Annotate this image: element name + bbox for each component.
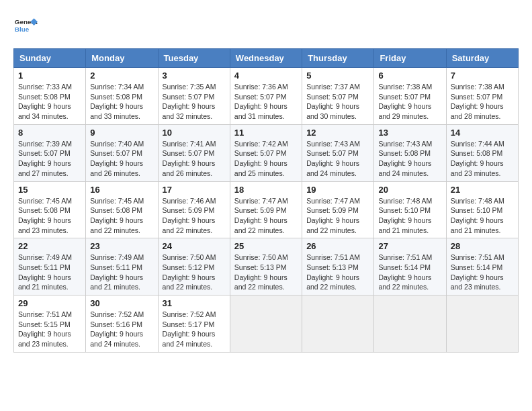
calendar-day-cell: 11 Sunrise: 7:42 AM Sunset: 5:07 PM Dayl…: [230, 124, 302, 181]
day-number: 27: [378, 241, 441, 251]
day-info: Sunrise: 7:51 AM Sunset: 5:14 PM Dayligh…: [378, 253, 441, 292]
day-info: Sunrise: 7:43 AM Sunset: 5:07 PM Dayligh…: [306, 139, 369, 179]
day-info: Sunrise: 7:39 AM Sunset: 5:07 PM Dayligh…: [18, 139, 81, 179]
calendar-day-cell: 9 Sunrise: 7:40 AM Sunset: 5:07 PM Dayli…: [86, 124, 158, 181]
day-info: Sunrise: 7:47 AM Sunset: 5:09 PM Dayligh…: [234, 196, 298, 236]
calendar-day-cell: 29 Sunrise: 7:51 AM Sunset: 5:15 PM Dayl…: [14, 295, 86, 353]
day-number: 26: [306, 241, 369, 251]
day-info: Sunrise: 7:52 AM Sunset: 5:17 PM Dayligh…: [163, 310, 226, 349]
day-info: Sunrise: 7:47 AM Sunset: 5:09 PM Dayligh…: [306, 196, 369, 236]
day-number: 23: [90, 241, 153, 251]
calendar-day-cell: [374, 295, 446, 353]
day-number: 28: [451, 241, 514, 251]
day-number: 8: [18, 128, 81, 138]
day-info: Sunrise: 7:33 AM Sunset: 5:08 PM Dayligh…: [18, 82, 81, 122]
day-number: 24: [163, 241, 226, 251]
day-info: Sunrise: 7:41 AM Sunset: 5:07 PM Dayligh…: [163, 139, 226, 179]
calendar-day-cell: 19 Sunrise: 7:47 AM Sunset: 5:09 PM Dayl…: [302, 181, 374, 238]
day-number: 13: [378, 128, 441, 138]
calendar-day-cell: 8 Sunrise: 7:39 AM Sunset: 5:07 PM Dayli…: [14, 124, 86, 181]
calendar-day-cell: 26 Sunrise: 7:51 AM Sunset: 5:13 PM Dayl…: [302, 238, 374, 295]
day-number: 7: [451, 71, 514, 81]
calendar-day-cell: 12 Sunrise: 7:43 AM Sunset: 5:07 PM Dayl…: [302, 124, 374, 181]
calendar-header-cell: Sunday: [14, 49, 86, 68]
calendar-week-row: 29 Sunrise: 7:51 AM Sunset: 5:15 PM Dayl…: [14, 295, 519, 353]
day-info: Sunrise: 7:46 AM Sunset: 5:09 PM Dayligh…: [163, 196, 226, 236]
day-number: 11: [234, 128, 298, 138]
calendar-day-cell: 20 Sunrise: 7:48 AM Sunset: 5:10 PM Dayl…: [374, 181, 446, 238]
day-number: 1: [18, 71, 81, 81]
day-info: Sunrise: 7:50 AM Sunset: 5:13 PM Dayligh…: [234, 253, 298, 292]
day-number: 25: [234, 241, 298, 251]
day-number: 29: [18, 298, 81, 308]
day-number: 22: [18, 241, 81, 251]
day-info: Sunrise: 7:35 AM Sunset: 5:07 PM Dayligh…: [163, 82, 226, 122]
calendar-day-cell: 3 Sunrise: 7:35 AM Sunset: 5:07 PM Dayli…: [158, 68, 230, 125]
calendar-day-cell: [302, 295, 374, 353]
day-number: 2: [90, 71, 153, 81]
calendar-week-row: 1 Sunrise: 7:33 AM Sunset: 5:08 PM Dayli…: [14, 68, 519, 125]
calendar-day-cell: 2 Sunrise: 7:34 AM Sunset: 5:08 PM Dayli…: [86, 68, 158, 125]
day-number: 4: [234, 71, 298, 81]
day-info: Sunrise: 7:45 AM Sunset: 5:08 PM Dayligh…: [90, 196, 153, 236]
calendar-day-cell: 5 Sunrise: 7:37 AM Sunset: 5:07 PM Dayli…: [302, 68, 374, 125]
calendar-day-cell: [446, 295, 518, 353]
day-number: 15: [18, 185, 81, 195]
day-info: Sunrise: 7:43 AM Sunset: 5:08 PM Dayligh…: [378, 139, 441, 179]
day-info: Sunrise: 7:34 AM Sunset: 5:08 PM Dayligh…: [90, 82, 153, 122]
day-number: 16: [90, 185, 153, 195]
svg-text:Blue: Blue: [15, 26, 30, 33]
day-number: 6: [378, 71, 441, 81]
calendar-week-row: 15 Sunrise: 7:45 AM Sunset: 5:08 PM Dayl…: [14, 181, 519, 238]
calendar-day-cell: 25 Sunrise: 7:50 AM Sunset: 5:13 PM Dayl…: [230, 238, 302, 295]
day-info: Sunrise: 7:40 AM Sunset: 5:07 PM Dayligh…: [90, 139, 153, 179]
calendar-header-cell: Friday: [374, 49, 446, 68]
page-header: General Blue: [13, 13, 519, 38]
day-info: Sunrise: 7:36 AM Sunset: 5:07 PM Dayligh…: [234, 82, 298, 122]
calendar-body: 1 Sunrise: 7:33 AM Sunset: 5:08 PM Dayli…: [14, 68, 519, 353]
calendar-header-cell: Tuesday: [158, 49, 230, 68]
day-info: Sunrise: 7:51 AM Sunset: 5:13 PM Dayligh…: [306, 253, 369, 292]
calendar-day-cell: [230, 295, 302, 353]
calendar-header-cell: Monday: [86, 49, 158, 68]
calendar-day-cell: 17 Sunrise: 7:46 AM Sunset: 5:09 PM Dayl…: [158, 181, 230, 238]
calendar-day-cell: 15 Sunrise: 7:45 AM Sunset: 5:08 PM Dayl…: [14, 181, 86, 238]
day-info: Sunrise: 7:45 AM Sunset: 5:08 PM Dayligh…: [18, 196, 81, 236]
day-info: Sunrise: 7:37 AM Sunset: 5:07 PM Dayligh…: [306, 82, 369, 122]
day-info: Sunrise: 7:52 AM Sunset: 5:16 PM Dayligh…: [90, 310, 153, 349]
calendar-day-cell: 14 Sunrise: 7:44 AM Sunset: 5:08 PM Dayl…: [446, 124, 518, 181]
day-number: 20: [378, 185, 441, 195]
day-info: Sunrise: 7:49 AM Sunset: 5:11 PM Dayligh…: [90, 253, 153, 292]
calendar-day-cell: 24 Sunrise: 7:50 AM Sunset: 5:12 PM Dayl…: [158, 238, 230, 295]
calendar-day-cell: 4 Sunrise: 7:36 AM Sunset: 5:07 PM Dayli…: [230, 68, 302, 125]
day-number: 9: [90, 128, 153, 138]
day-number: 19: [306, 185, 369, 195]
day-info: Sunrise: 7:49 AM Sunset: 5:11 PM Dayligh…: [18, 253, 81, 292]
day-number: 18: [234, 185, 298, 195]
day-info: Sunrise: 7:48 AM Sunset: 5:10 PM Dayligh…: [451, 196, 514, 236]
day-info: Sunrise: 7:50 AM Sunset: 5:12 PM Dayligh…: [163, 253, 226, 292]
calendar-day-cell: 28 Sunrise: 7:51 AM Sunset: 5:14 PM Dayl…: [446, 238, 518, 295]
day-number: 3: [163, 71, 226, 81]
logo-icon: General Blue: [13, 13, 38, 38]
day-number: 12: [306, 128, 369, 138]
calendar-day-cell: 10 Sunrise: 7:41 AM Sunset: 5:07 PM Dayl…: [158, 124, 230, 181]
day-number: 21: [451, 185, 514, 195]
calendar-day-cell: 30 Sunrise: 7:52 AM Sunset: 5:16 PM Dayl…: [86, 295, 158, 353]
calendar-day-cell: 18 Sunrise: 7:47 AM Sunset: 5:09 PM Dayl…: [230, 181, 302, 238]
day-number: 17: [163, 185, 226, 195]
day-number: 14: [451, 128, 514, 138]
calendar-day-cell: 21 Sunrise: 7:48 AM Sunset: 5:10 PM Dayl…: [446, 181, 518, 238]
calendar-header: SundayMondayTuesdayWednesdayThursdayFrid…: [14, 49, 519, 68]
calendar-day-cell: 16 Sunrise: 7:45 AM Sunset: 5:08 PM Dayl…: [86, 181, 158, 238]
calendar-day-cell: 27 Sunrise: 7:51 AM Sunset: 5:14 PM Dayl…: [374, 238, 446, 295]
day-info: Sunrise: 7:48 AM Sunset: 5:10 PM Dayligh…: [378, 196, 441, 236]
day-number: 30: [90, 298, 153, 308]
calendar-day-cell: 1 Sunrise: 7:33 AM Sunset: 5:08 PM Dayli…: [14, 68, 86, 125]
calendar-day-cell: 23 Sunrise: 7:49 AM Sunset: 5:11 PM Dayl…: [86, 238, 158, 295]
calendar-day-cell: 31 Sunrise: 7:52 AM Sunset: 5:17 PM Dayl…: [158, 295, 230, 353]
day-info: Sunrise: 7:38 AM Sunset: 5:07 PM Dayligh…: [378, 82, 441, 122]
calendar-day-cell: 6 Sunrise: 7:38 AM Sunset: 5:07 PM Dayli…: [374, 68, 446, 125]
day-number: 5: [306, 71, 369, 81]
calendar-week-row: 22 Sunrise: 7:49 AM Sunset: 5:11 PM Dayl…: [14, 238, 519, 295]
